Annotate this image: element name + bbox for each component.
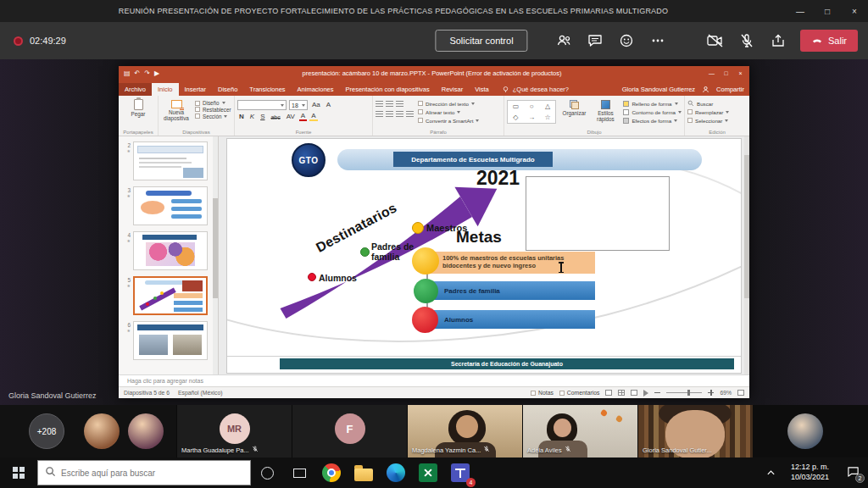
paste-button[interactable]: Pegar xyxy=(121,97,155,118)
zoom-in-button[interactable] xyxy=(708,390,714,396)
overflow-participants-badge[interactable]: +208 xyxy=(29,413,64,449)
diamond-shape-icon[interactable]: ◇ xyxy=(513,114,518,121)
slide-scrollbar[interactable] xyxy=(744,136,749,374)
slide-thumbnail-3[interactable] xyxy=(133,186,208,225)
excel-taskbar-button[interactable] xyxy=(412,458,444,488)
grow-font-button[interactable]: Aa xyxy=(310,102,322,108)
thumbnail-scrollbar[interactable] xyxy=(213,136,218,374)
find-button[interactable]: Buscar xyxy=(687,100,747,107)
ppt-restore-button[interactable]: □ xyxy=(719,70,733,76)
share-button[interactable]: Compartir xyxy=(716,86,744,93)
shapes-gallery[interactable]: ▭ ○ △ ◇ → ☆ xyxy=(507,100,556,124)
start-button[interactable] xyxy=(0,458,37,488)
slide-thumbnail-5-selected[interactable] xyxy=(133,276,208,315)
close-button[interactable]: × xyxy=(841,0,868,22)
teams-taskbar-button[interactable]: 4 xyxy=(444,458,476,488)
reading-view-button[interactable] xyxy=(631,390,637,396)
notes-toggle[interactable]: Notas xyxy=(531,390,554,396)
tab-insertar[interactable]: Insertar xyxy=(179,83,212,96)
restore-button[interactable]: □ xyxy=(814,0,841,22)
participant-tile-martha[interactable]: MR Martha Guadalupe Pa... xyxy=(177,405,292,458)
justify-icon[interactable] xyxy=(406,111,414,118)
current-slide[interactable]: Departamento de Escuelas Multigrado GTO … xyxy=(226,138,742,374)
ppt-close-button[interactable]: × xyxy=(733,70,748,76)
font-name-combobox[interactable] xyxy=(237,100,287,110)
participant-avatar[interactable] xyxy=(128,413,164,449)
shape-effects-button[interactable]: Efectos de forma xyxy=(623,118,682,124)
request-control-button[interactable]: Solicitar control xyxy=(435,30,527,52)
tab-inicio[interactable]: Inicio xyxy=(152,83,179,96)
taskbar-clock[interactable]: 12:12 p. m. 10/03/2021 xyxy=(791,463,829,482)
quick-styles-button[interactable]: Estilos rápidos xyxy=(592,97,619,126)
align-right-icon[interactable] xyxy=(396,111,403,118)
task-view-button[interactable] xyxy=(283,458,315,488)
participant-avatar[interactable] xyxy=(84,413,120,449)
leave-button[interactable]: Salir xyxy=(800,30,858,52)
participant-tile-magdalena[interactable]: Magdalena Yazmin Ca... xyxy=(408,405,522,458)
edge-taskbar-button[interactable] xyxy=(380,458,412,488)
smartart-button[interactable]: Convertir a SmartArt xyxy=(418,118,479,124)
language-indicator[interactable]: Español (México) xyxy=(178,390,223,396)
align-left-icon[interactable] xyxy=(376,111,383,118)
undo-icon[interactable]: ↶ xyxy=(135,70,141,77)
action-center-button[interactable]: 2 xyxy=(837,458,868,488)
new-slide-button[interactable]: Nueva diapositiva xyxy=(161,97,192,122)
redo-icon[interactable]: ↷ xyxy=(144,70,150,77)
taskbar-search-box[interactable] xyxy=(37,460,251,485)
save-icon[interactable]: ▤ xyxy=(124,70,131,77)
participant-tile-gloria[interactable]: Gloria Sandoval Gutier... xyxy=(638,405,753,458)
font-color-button[interactable]: A xyxy=(299,113,307,121)
zoom-out-button[interactable] xyxy=(654,392,660,394)
participant-tile-f[interactable]: F xyxy=(292,405,407,458)
shrink-font-button[interactable]: A xyxy=(325,102,332,108)
layout-button[interactable]: Diseño xyxy=(195,100,231,106)
search-input[interactable] xyxy=(61,469,231,478)
align-center-icon[interactable] xyxy=(386,111,393,118)
reactions-icon[interactable] xyxy=(617,31,636,50)
file-explorer-taskbar-button[interactable] xyxy=(348,458,380,488)
camera-off-icon[interactable] xyxy=(706,31,725,50)
text-direction-button[interactable]: Dirección del texto xyxy=(418,101,479,107)
slide-thumbnail-6[interactable] xyxy=(133,321,208,360)
comments-toggle[interactable]: Comentarios xyxy=(559,390,600,396)
tab-animaciones[interactable]: Animaciones xyxy=(292,83,340,96)
slide-sorter-view-button[interactable] xyxy=(618,390,625,396)
star-shape-icon[interactable]: ☆ xyxy=(544,114,550,121)
rectangle-shape-icon[interactable]: ▭ xyxy=(513,103,520,110)
zoom-level[interactable]: 69% xyxy=(720,390,732,396)
font-size-combobox[interactable]: 18 xyxy=(289,100,308,110)
share-screen-icon[interactable] xyxy=(769,31,787,50)
start-presentation-icon[interactable]: ▶ xyxy=(154,70,159,77)
tab-presentacion[interactable]: Presentación con diapositivas xyxy=(340,83,436,96)
shape-outline-button[interactable]: Contorno de forma xyxy=(623,109,682,115)
highlight-color-button[interactable]: A xyxy=(309,113,317,121)
tab-revisar[interactable]: Revisar xyxy=(436,83,469,96)
align-text-button[interactable]: Alinear texto xyxy=(418,109,479,115)
tab-transiciones[interactable]: Transiciones xyxy=(243,83,291,96)
circle-shape-icon[interactable]: ○ xyxy=(530,103,534,110)
fit-to-window-button[interactable] xyxy=(737,390,744,396)
tab-diseno[interactable]: Diseño xyxy=(212,83,243,96)
show-hidden-icons-button[interactable] xyxy=(760,469,782,476)
chrome-taskbar-button[interactable] xyxy=(315,458,348,488)
reset-button[interactable]: Restablecer xyxy=(195,107,231,113)
participants-icon[interactable] xyxy=(554,31,573,50)
cortana-button[interactable] xyxy=(251,458,283,488)
tab-vista[interactable]: Vista xyxy=(469,83,495,96)
underline-button[interactable]: S xyxy=(259,114,266,120)
indent-icon[interactable] xyxy=(396,101,403,108)
notes-pane[interactable]: Haga clic para agregar notas xyxy=(119,374,749,386)
minimize-button[interactable]: — xyxy=(787,0,814,22)
more-options-icon[interactable] xyxy=(648,31,667,50)
triangle-shape-icon[interactable]: △ xyxy=(545,103,550,110)
arrow-shape-icon[interactable]: → xyxy=(528,114,535,121)
arrange-button[interactable]: Organizar xyxy=(560,97,587,126)
participant-avatar[interactable] xyxy=(787,413,823,449)
slide-thumbnail-4[interactable] xyxy=(133,231,208,270)
chat-icon[interactable] xyxy=(586,31,604,50)
bold-button[interactable]: N xyxy=(237,114,246,120)
mic-off-icon[interactable] xyxy=(737,31,756,50)
replace-button[interactable]: Reemplazar xyxy=(687,109,747,115)
slideshow-view-button[interactable] xyxy=(643,390,648,396)
normal-view-button[interactable] xyxy=(605,390,612,396)
